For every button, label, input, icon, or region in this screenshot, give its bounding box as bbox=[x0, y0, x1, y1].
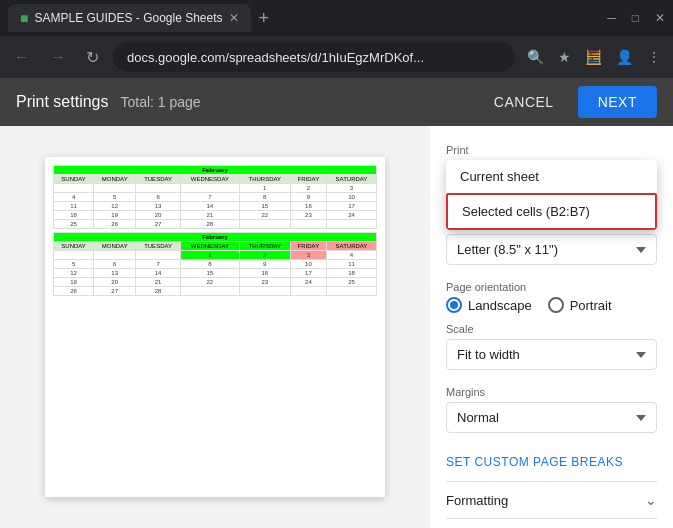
margins-label: Margins bbox=[446, 386, 657, 398]
paper-preview: February SUNDAYMONDAYTUESDAYWEDNESDAYTHU… bbox=[45, 157, 385, 497]
profile-icon[interactable]: 👤 bbox=[612, 45, 637, 69]
main-content: February SUNDAYMONDAYTUESDAYWEDNESDAYTHU… bbox=[0, 126, 673, 528]
address-bar: ← → ↻ 🔍 ★ 🧮 👤 ⋮ bbox=[0, 36, 673, 78]
orientation-row: Landscape Portrait bbox=[446, 297, 657, 313]
page-orientation-label: Page orientation bbox=[446, 281, 657, 293]
landscape-radio[interactable] bbox=[446, 297, 462, 313]
scale-dropdown[interactable]: Fit to width bbox=[446, 339, 657, 370]
cancel-button[interactable]: CANCEL bbox=[478, 86, 570, 118]
headers-footers-section[interactable]: Headers & footers ⌄ bbox=[446, 518, 657, 528]
new-tab-button[interactable]: + bbox=[255, 4, 274, 33]
back-button[interactable]: ← bbox=[8, 44, 36, 70]
portrait-radio[interactable] bbox=[548, 297, 564, 313]
title-bar: ■ SAMPLE GUIDES - Google Sheets ✕ + ─ □ … bbox=[0, 0, 673, 36]
print-header: Print settings Total: 1 page CANCEL NEXT bbox=[0, 78, 673, 126]
formatting-label: Formatting bbox=[446, 493, 508, 508]
window-controls: ─ □ ✕ bbox=[607, 11, 665, 25]
settings-pane: Print Current sheet Selected cells (B2:B… bbox=[430, 126, 673, 528]
print-dropdown-popup[interactable]: Current sheet Selected cells (B2:B7) bbox=[446, 160, 657, 230]
print-label: Print bbox=[446, 144, 657, 156]
formatting-chevron-icon: ⌄ bbox=[645, 492, 657, 508]
preview-pane: February SUNDAYMONDAYTUESDAYWEDNESDAYTHU… bbox=[0, 126, 430, 528]
spreadsheet-preview: February SUNDAYMONDAYTUESDAYWEDNESDAYTHU… bbox=[53, 165, 377, 296]
print-option-current-sheet[interactable]: Current sheet bbox=[446, 160, 657, 193]
maximize-icon[interactable]: □ bbox=[632, 11, 639, 25]
active-tab[interactable]: ■ SAMPLE GUIDES - Google Sheets ✕ bbox=[8, 4, 251, 32]
menu-icon[interactable]: ⋮ bbox=[643, 45, 665, 69]
print-dropdown-wrapper[interactable]: Current sheet Selected cells (B2:B7) bbox=[446, 160, 657, 224]
tab-area: ■ SAMPLE GUIDES - Google Sheets ✕ + bbox=[8, 4, 273, 33]
extension-icon[interactable]: 🧮 bbox=[581, 45, 606, 69]
scale-label: Scale bbox=[446, 323, 657, 335]
minimize-icon[interactable]: ─ bbox=[607, 11, 616, 25]
landscape-option[interactable]: Landscape bbox=[446, 297, 532, 313]
search-icon[interactable]: 🔍 bbox=[523, 45, 548, 69]
close-icon[interactable]: ✕ bbox=[655, 11, 665, 25]
margins-dropdown[interactable]: Normal bbox=[446, 402, 657, 433]
reload-button[interactable]: ↻ bbox=[80, 44, 105, 71]
landscape-label: Landscape bbox=[468, 298, 532, 313]
print-option-selected-cells[interactable]: Selected cells (B2:B7) bbox=[446, 193, 657, 230]
address-icons: 🔍 ★ 🧮 👤 ⋮ bbox=[523, 45, 665, 69]
bookmark-icon[interactable]: ★ bbox=[554, 45, 575, 69]
sheets-icon: ■ bbox=[20, 10, 28, 26]
print-total: Total: 1 page bbox=[120, 94, 200, 110]
tab-title: SAMPLE GUIDES - Google Sheets bbox=[34, 11, 222, 25]
address-input[interactable] bbox=[113, 42, 515, 72]
portrait-option[interactable]: Portrait bbox=[548, 297, 612, 313]
formatting-section[interactable]: Formatting ⌄ bbox=[446, 481, 657, 518]
paper-size-dropdown[interactable]: Letter (8.5" x 11") bbox=[446, 234, 657, 265]
tab-close-icon[interactable]: ✕ bbox=[229, 11, 239, 25]
set-custom-page-breaks-button[interactable]: SET CUSTOM PAGE BREAKS bbox=[446, 451, 623, 473]
forward-button[interactable]: → bbox=[44, 44, 72, 70]
portrait-label: Portrait bbox=[570, 298, 612, 313]
print-settings-title: Print settings bbox=[16, 93, 108, 111]
next-button[interactable]: NEXT bbox=[578, 86, 657, 118]
